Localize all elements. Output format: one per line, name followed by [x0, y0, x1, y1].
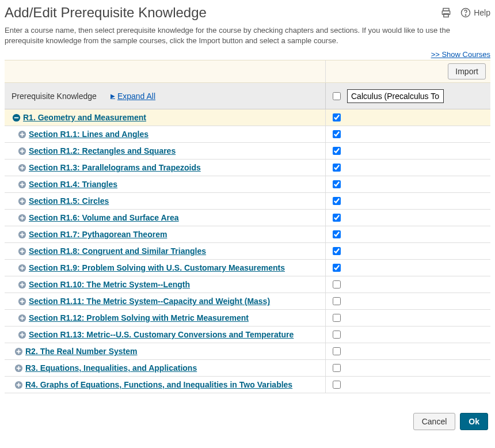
node-checkbox[interactable]: [333, 130, 341, 138]
expand-all-link[interactable]: ▶ Expand All: [111, 92, 155, 101]
node-checkbox[interactable]: [333, 264, 341, 272]
svg-rect-18: [21, 183, 22, 187]
node-checkbox[interactable]: [333, 230, 341, 238]
chapter-link[interactable]: R2. The Real Number System: [25, 347, 138, 356]
node-checkbox[interactable]: [333, 113, 341, 122]
svg-rect-12: [21, 149, 22, 154]
expand-icon[interactable]: [17, 313, 26, 322]
svg-rect-9: [21, 132, 22, 137]
section-link[interactable]: Section R1.8: Congruent and Similar Tria…: [29, 246, 206, 256]
node-checkbox[interactable]: [333, 297, 341, 305]
svg-point-4: [466, 15, 466, 16]
expand-icon[interactable]: [17, 230, 26, 239]
section-link[interactable]: Section R1.5: Circles: [29, 196, 109, 206]
expand-icon[interactable]: [17, 163, 26, 172]
svg-rect-27: [21, 233, 22, 237]
expand-icon[interactable]: [17, 330, 26, 339]
section-link[interactable]: Section R1.10: The Metric System--Length: [29, 280, 190, 289]
collapse-icon[interactable]: [12, 113, 21, 122]
node-checkbox[interactable]: [333, 331, 341, 339]
expand-icon[interactable]: [17, 297, 26, 306]
print-icon: [440, 7, 452, 18]
expand-icon[interactable]: [17, 213, 26, 222]
svg-rect-39: [21, 299, 22, 304]
section-link[interactable]: Section R1.7: Pythagorean Theorem: [29, 230, 167, 239]
chapter-link[interactable]: R3. Equations, Inequalities, and Applica…: [25, 363, 197, 373]
node-checkbox[interactable]: [333, 147, 341, 155]
expand-icon[interactable]: [17, 180, 26, 189]
expand-icon[interactable]: [14, 347, 23, 356]
help-button[interactable]: Help: [460, 7, 490, 18]
prereq-knowledge-header: Prerequisite Knowledge: [12, 92, 97, 101]
chapter-link[interactable]: R1. Geometry and Measurement: [23, 113, 146, 122]
section-link[interactable]: Section R1.12: Problem Solving with Metr…: [29, 313, 249, 322]
node-checkbox[interactable]: [333, 381, 341, 389]
section-link[interactable]: Section R1.9: Problem Solving with U.S. …: [29, 263, 285, 272]
print-button[interactable]: [440, 7, 452, 18]
knowledge-tree: R1. Geometry and MeasurementSection R1.1…: [5, 109, 490, 393]
node-checkbox[interactable]: [333, 347, 341, 355]
svg-rect-21: [21, 199, 22, 204]
svg-rect-2: [444, 14, 448, 17]
node-checkbox[interactable]: [333, 214, 341, 222]
node-checkbox[interactable]: [333, 247, 341, 255]
node-checkbox[interactable]: [333, 314, 341, 322]
description-text: Enter a course name, then select prerequ…: [5, 25, 490, 46]
section-link[interactable]: Section R1.2: Rectangles and Squares: [29, 146, 176, 155]
help-label: Help: [474, 8, 490, 17]
expand-icon[interactable]: [14, 363, 23, 373]
svg-rect-48: [18, 350, 19, 354]
svg-rect-15: [21, 166, 22, 170]
svg-rect-30: [21, 249, 22, 254]
cancel-button[interactable]: Cancel: [413, 413, 456, 430]
section-link[interactable]: Section R1.6: Volume and Surface Area: [29, 213, 179, 222]
expand-icon[interactable]: [17, 130, 26, 139]
page-title: Add/Edit Prerequisite Knowledge: [5, 5, 207, 21]
svg-rect-54: [18, 383, 19, 388]
svg-rect-42: [21, 316, 22, 321]
section-link[interactable]: Section R1.4: Triangles: [29, 180, 117, 189]
svg-rect-51: [18, 366, 19, 371]
triangle-right-icon: ▶: [111, 93, 115, 99]
section-link[interactable]: Section R1.13: Metric--U.S. Customary Co…: [29, 330, 294, 339]
node-checkbox[interactable]: [333, 164, 341, 172]
expand-icon[interactable]: [17, 146, 26, 155]
select-all-checkbox[interactable]: [333, 92, 341, 100]
node-checkbox[interactable]: [333, 197, 341, 205]
toolbar-left-spacer: [5, 60, 326, 82]
svg-rect-6: [14, 117, 18, 118]
node-checkbox[interactable]: [333, 280, 341, 288]
show-courses-link[interactable]: >> Show Courses: [431, 50, 490, 59]
svg-rect-36: [21, 283, 22, 287]
section-link[interactable]: Section R1.3: Parallelograms and Trapezo…: [29, 163, 201, 172]
import-button[interactable]: Import: [448, 63, 486, 79]
ok-button[interactable]: Ok: [460, 413, 488, 430]
node-checkbox[interactable]: [333, 180, 341, 188]
section-link[interactable]: Section R1.1: Lines and Angles: [29, 130, 148, 139]
expand-icon[interactable]: [17, 263, 26, 272]
svg-rect-24: [21, 216, 22, 221]
node-checkbox[interactable]: [333, 364, 341, 372]
svg-rect-33: [21, 266, 22, 271]
expand-icon[interactable]: [17, 246, 26, 256]
section-link[interactable]: Section R1.11: The Metric System--Capaci…: [29, 297, 270, 306]
expand-icon[interactable]: [14, 380, 23, 389]
chapter-link[interactable]: R4. Graphs of Equations, Functions, and …: [25, 380, 292, 389]
expand-icon[interactable]: [17, 196, 26, 206]
expand-all-label: Expand All: [117, 92, 155, 101]
expand-icon[interactable]: [17, 280, 26, 289]
course-name-input[interactable]: [347, 89, 444, 103]
svg-rect-45: [21, 333, 22, 337]
help-icon: [460, 7, 471, 18]
